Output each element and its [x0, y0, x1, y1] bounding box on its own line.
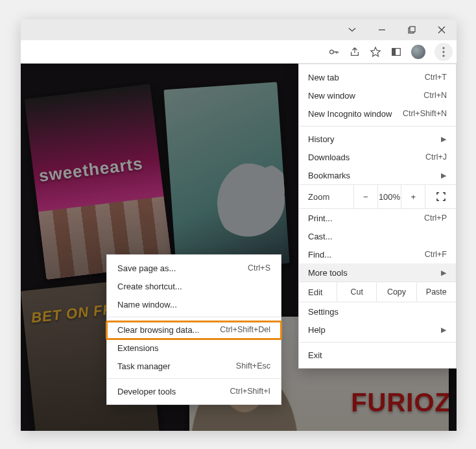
menu-help[interactable]: Help ▶	[299, 321, 456, 339]
minimize-button[interactable]	[367, 19, 397, 40]
menu-new-tab[interactable]: New tab Ctrl+T	[299, 68, 456, 86]
maximize-button[interactable]	[397, 19, 427, 40]
star-icon[interactable]	[370, 46, 381, 58]
key-icon[interactable]	[328, 46, 340, 58]
menu-bookmarks[interactable]: Bookmarks ▶	[299, 166, 456, 184]
tab-search-button[interactable]	[337, 19, 367, 40]
menu-new-window[interactable]: New window Ctrl+N	[299, 86, 456, 104]
menu-find[interactable]: Find... Ctrl+F	[299, 245, 456, 263]
page-content: sweethearts BET ON FR FURIOZ New tab Ctr…	[21, 64, 457, 431]
submenu-developer-tools[interactable]: Developer tools Ctrl+Shift+I	[107, 382, 281, 400]
submenu-name-window[interactable]: Name window...	[107, 295, 281, 313]
titlebar	[21, 19, 457, 40]
menu-label: New tab	[308, 73, 425, 82]
menu-zoom-row: Zoom − 100% +	[299, 184, 456, 209]
share-icon[interactable]	[349, 46, 361, 58]
svg-point-8	[442, 55, 444, 56]
close-button[interactable]	[427, 19, 457, 40]
menu-exit[interactable]: Exit	[299, 346, 456, 364]
menu-print[interactable]: Print... Ctrl+P	[299, 209, 456, 227]
submenu-task-manager[interactable]: Task manager Shift+Esc	[107, 357, 281, 375]
close-icon	[438, 26, 446, 34]
edit-label: Edit	[299, 287, 337, 297]
fullscreen-button[interactable]	[425, 185, 456, 208]
main-menu: New tab Ctrl+T New window Ctrl+N New Inc…	[298, 64, 457, 369]
menu-settings[interactable]: Settings	[299, 302, 456, 321]
more-icon	[442, 47, 445, 57]
submenu-save-as[interactable]: Save page as... Ctrl+S	[107, 259, 281, 277]
submenu-arrow-icon: ▶	[440, 269, 447, 277]
zoom-out-button[interactable]: −	[353, 185, 377, 208]
fullscreen-icon	[436, 192, 446, 201]
submenu-clear-data[interactable]: Clear browsing data... Ctrl+Shift+Del	[107, 321, 281, 339]
menu-downloads[interactable]: Downloads Ctrl+J	[299, 148, 456, 166]
submenu-arrow-icon: ▶	[440, 135, 447, 143]
submenu-arrow-icon: ▶	[440, 326, 447, 334]
svg-rect-2	[410, 27, 415, 32]
edit-copy[interactable]: Copy	[376, 282, 416, 302]
browser-window: sweethearts BET ON FR FURIOZ New tab Ctr…	[21, 19, 457, 431]
svg-point-3	[330, 50, 334, 54]
minimize-icon	[378, 26, 386, 34]
svg-point-6	[442, 47, 444, 49]
maximize-icon	[408, 26, 416, 34]
zoom-label: Zoom	[299, 192, 353, 202]
menu-cast[interactable]: Cast...	[299, 227, 456, 245]
more-menu-button[interactable]	[434, 43, 453, 61]
profile-avatar[interactable]	[411, 45, 425, 59]
submenu-extensions[interactable]: Extensions	[107, 339, 281, 357]
svg-rect-5	[392, 48, 396, 55]
menu-new-incognito[interactable]: New Incognito window Ctrl+Shift+N	[299, 104, 456, 123]
menu-edit-row: Edit Cut Copy Paste	[299, 282, 456, 302]
sidepanel-icon[interactable]	[390, 46, 402, 58]
zoom-value: 100%	[377, 185, 401, 208]
chevron-down-icon	[348, 26, 356, 34]
zoom-in-button[interactable]: +	[401, 185, 425, 208]
more-tools-submenu: Save page as... Ctrl+S Create shortcut..…	[106, 254, 281, 405]
edit-cut[interactable]: Cut	[337, 282, 376, 302]
menu-more-tools[interactable]: More tools ▶	[299, 263, 456, 282]
svg-point-7	[442, 51, 444, 53]
submenu-create-shortcut[interactable]: Create shortcut...	[107, 277, 281, 295]
submenu-arrow-icon: ▶	[440, 171, 447, 180]
menu-shortcut: Ctrl+T	[425, 73, 447, 82]
toolbar	[21, 40, 457, 64]
menu-history[interactable]: History ▶	[299, 130, 456, 148]
edit-paste[interactable]: Paste	[416, 282, 456, 302]
